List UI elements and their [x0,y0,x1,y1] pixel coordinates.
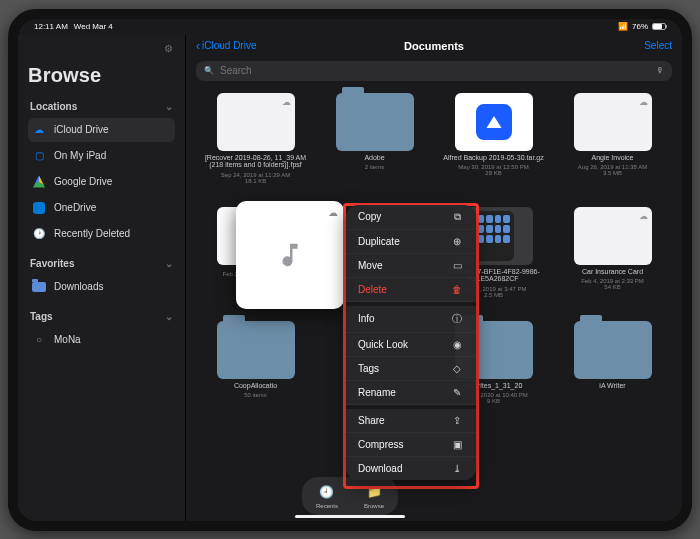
file-name: [Recover 2019-08-26, 11_39 AM (218 items… [205,154,307,169]
file-meta: Feb 4, 2019 at 2:33 PM54 KB [581,278,644,290]
context-menu-copy[interactable]: Copy⧉ [346,205,476,230]
cloud-download-icon: ☁︎ [639,211,648,221]
dock-label: Recents [316,503,338,509]
chevron-down-icon: ⌄ [165,311,173,322]
context-menu-share[interactable]: Share⇪ [346,409,476,433]
dock-browse[interactable]: 📁 Browse [364,483,384,509]
context-menu-move[interactable]: Move▭ [346,254,476,278]
cloud-download-icon: ☁︎ [328,207,338,218]
folder-icon [217,321,295,379]
sidebar-item-downloads[interactable]: Downloads [28,275,175,299]
document-thumb: ☁︎ [217,93,295,151]
file-name: Alfred Backup 2019-05-30.tar.gz [443,154,543,162]
sidebar-item-tag-mona[interactable]: MoNa [28,328,175,352]
context-menu-tags[interactable]: Tags◇ [346,357,476,381]
chevron-down-icon: ⌄ [165,101,173,112]
status-bar: 12:11 AM Wed Mar 4 76% [18,19,682,35]
sidebar-item-google-drive[interactable]: Google Drive [28,170,175,194]
clock-icon: 🕘 [318,483,336,501]
folder-icon [32,280,46,294]
locations-header[interactable]: Locations⌄ [28,97,175,116]
battery-icon [652,23,666,30]
search-field[interactable]: 🔍 🎙︎ [196,61,672,81]
mic-icon[interactable]: 🎙︎ [656,66,664,75]
screen: 12:11 AM Wed Mar 4 76% ⚙︎ Browse Locatio… [18,19,682,521]
file-item[interactable]: iA Writer [557,321,668,429]
sidebar-item-label: Recently Deleted [54,228,130,239]
context-menu-quick-look[interactable]: Quick Look◉ [346,333,476,357]
search-input[interactable] [220,65,644,76]
file-item[interactable]: CoopAllocatio50 items [200,321,311,429]
context-menu-label: Tags [358,363,379,374]
context-menu-label: Copy [358,211,381,222]
context-menu-label: Compress [358,439,404,450]
file-item[interactable]: ☁︎Angie InvoiceAug 26, 2019 at 11:38 AM3… [557,93,668,201]
clock-icon [32,227,46,241]
sidebar-item-onedrive[interactable]: OneDrive [28,196,175,220]
context-menu-icon: ◉ [450,339,464,350]
back-label: iCloud Drive [202,40,256,51]
browse-title: Browse [28,64,175,87]
wifi-icon [618,22,628,31]
ipad-frame: 12:11 AM Wed Mar 4 76% ⚙︎ Browse Locatio… [8,9,692,531]
chevron-left-icon: ‹ [196,39,200,53]
favorites-header[interactable]: Favorites⌄ [28,254,175,273]
page-title: Documents [404,40,464,52]
tags-header[interactable]: Tags⌄ [28,307,175,326]
context-menu-rename[interactable]: Rename✎ [346,381,476,405]
file-item[interactable]: ☁︎Car Insurance CardFeb 4, 2019 at 2:33 … [557,207,668,315]
file-item[interactable]: ☁︎[Recover 2019-08-26, 11_39 AM (218 ite… [200,93,311,201]
cloud-download-icon: ☁︎ [282,97,291,107]
sidebar-item-label: Downloads [54,281,103,292]
context-menu-icon: ⓘ [450,312,464,326]
context-menu-label: Move [358,260,382,271]
settings-icon[interactable]: ⚙︎ [164,43,173,54]
context-menu-label: Quick Look [358,339,408,350]
context-menu-label: Duplicate [358,236,400,247]
onedrive-icon [32,201,46,215]
sidebar-item-recently-deleted[interactable]: Recently Deleted [28,222,175,246]
main-panel: ‹ iCloud Drive Documents Select 🔍 🎙︎ ☁︎[… [186,35,682,521]
select-button[interactable]: Select [644,40,672,51]
file-item[interactable]: Alfred Backup 2019-05-30.tar.gzMay 30, 2… [438,93,549,201]
folder-icon [336,93,414,151]
file-meta: Aug 26, 2019 at 11:38 AM3.5 MB [578,164,647,176]
context-menu-duplicate[interactable]: Duplicate⊕ [346,230,476,254]
selected-file-preview[interactable]: ☁︎ [236,201,344,309]
context-menu-label: Share [358,415,385,426]
sidebar-item-icloud-drive[interactable]: iCloud Drive [28,118,175,142]
context-menu: Copy⧉Duplicate⊕Move▭Delete🗑InfoⓘQuick Lo… [346,205,476,480]
context-menu-delete[interactable]: Delete🗑 [346,278,476,302]
status-time: 12:11 AM [34,22,68,31]
battery-pct: 76% [632,22,648,31]
dock: 🕘 Recents 📁 Browse [302,477,398,515]
app-thumb [455,93,533,151]
file-name: CoopAllocatio [234,382,277,390]
context-menu-icon: ⧉ [450,211,464,223]
context-menu-icon: ⊕ [450,236,464,247]
sidebar-item-label: iCloud Drive [54,124,108,135]
file-name: iA Writer [599,382,625,390]
dock-label: Browse [364,503,384,509]
file-item[interactable]: Adobe2 items [319,93,430,201]
dock-recents[interactable]: 🕘 Recents [316,483,338,509]
file-name: Adobe [364,154,384,162]
chevron-down-icon: ⌄ [165,258,173,269]
main-header: ‹ iCloud Drive Documents Select [186,35,682,57]
context-menu-compress[interactable]: Compress▣ [346,433,476,457]
home-indicator[interactable] [295,515,405,518]
sidebar-item-on-my-ipad[interactable]: On My iPad [28,144,175,168]
status-date: Wed Mar 4 [74,22,113,31]
context-menu-label: Rename [358,387,396,398]
cloud-download-icon: ☁︎ [639,97,648,107]
music-icon [275,240,305,270]
context-menu-icon: ◇ [450,363,464,374]
context-menu-info[interactable]: Infoⓘ [346,306,476,333]
back-button[interactable]: ‹ iCloud Drive [196,39,256,53]
file-meta: 50 items [244,392,267,398]
context-menu-icon: ⤓ [450,463,464,474]
context-menu-label: Info [358,313,375,324]
context-menu-download[interactable]: Download⤓ [346,457,476,480]
ipad-icon [32,149,46,163]
document-thumb: ☁︎ [574,93,652,151]
